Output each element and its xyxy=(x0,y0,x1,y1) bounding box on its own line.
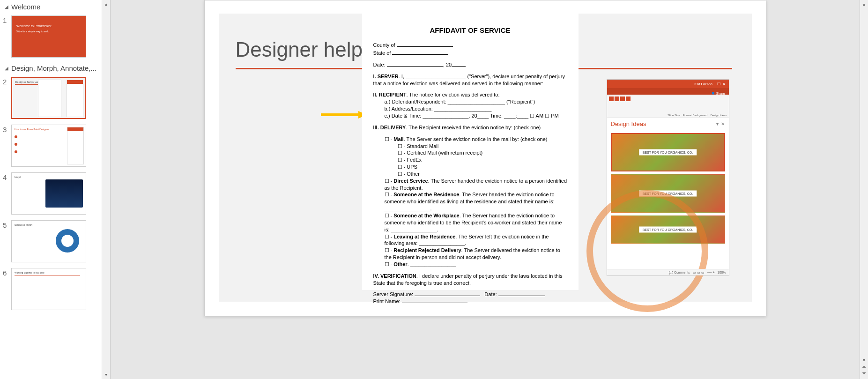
section-header-welcome[interactable]: ◢ Welcome xyxy=(0,0,110,14)
design-ideas-title: Design Ideas xyxy=(611,120,646,127)
thumbnail-row-2[interactable]: 2 Designer helps you xyxy=(0,75,110,123)
scroll-down-icon[interactable]: ▾ xyxy=(102,371,110,379)
slide-number: 3 xyxy=(3,125,11,134)
slide-number: 2 xyxy=(3,77,11,86)
design-idea-3: BEST FOR YOU ORGANICS, CO. xyxy=(611,216,725,244)
main-scrollbar[interactable]: ▴ ▾ ⏶ ⏷ xyxy=(860,0,868,379)
section-header-design[interactable]: ◢ Design, Morph, Annotate,... xyxy=(0,61,110,75)
collapse-icon: ◢ xyxy=(5,66,8,71)
affidavit-document[interactable]: AFFIDAVIT OF SERVICE County of State of … xyxy=(362,14,579,290)
slide-thumbnail-5[interactable]: Setting up Morph xyxy=(11,220,86,262)
slide-number: 4 xyxy=(3,172,11,181)
slide-number: 6 xyxy=(3,268,11,277)
slide-thumbnail-1[interactable]: Welcome to PowerPoint 5 tips for a simpl… xyxy=(11,15,86,58)
sidebar-scrollbar[interactable]: ▴ ▾ xyxy=(102,0,110,379)
thumbnail-row-1[interactable]: 1 Welcome to PowerPoint 5 tips for a sim… xyxy=(0,14,110,61)
slide-thumbnail-pane[interactable]: ◢ Welcome 1 Welcome to PowerPoint 5 tips… xyxy=(0,0,111,379)
slide-canvas[interactable]: Designer helps you AFFIDAVIT OF SERVICE … xyxy=(204,0,766,316)
arrow-shape[interactable] xyxy=(321,111,368,119)
slide-thumbnail-3[interactable]: How to use PowerPoint Designer xyxy=(11,125,86,167)
thumbnail-row-4[interactable]: 4 Morph xyxy=(0,171,110,218)
comments-label: 💬 Comments xyxy=(669,271,690,275)
panel-statusbar: 💬 Comments ▭ ▭ ▭ ── + 100% xyxy=(607,269,729,275)
thumbnail-row-3[interactable]: 3 How to use PowerPoint Designer xyxy=(0,123,110,171)
pane-controls: ▾ ✕ xyxy=(716,121,725,126)
design-ideas-panel-image[interactable]: Kat Larson ☐ ✕ 👤 Share Slide Size Format… xyxy=(607,79,729,276)
thumbnail-row-5[interactable]: 5 Setting up Morph xyxy=(0,218,110,266)
section-title: Design, Morph, Annotate,... xyxy=(11,64,96,72)
thumbnail-row-6[interactable]: 6 Working together in real time xyxy=(0,266,110,314)
slide-thumbnail-4[interactable]: Morph xyxy=(11,172,86,215)
user-name: Kat Larson xyxy=(694,82,712,86)
next-slide-icon[interactable]: ⏷ xyxy=(860,371,868,377)
design-ideas-body: BEST FOR YOU ORGANICS, CO. BEST FOR YOU … xyxy=(607,130,729,246)
affidavit-heading: AFFIDAVIT OF SERVICE xyxy=(373,26,567,35)
scroll-up-icon[interactable]: ▴ xyxy=(102,0,110,8)
collapse-icon: ◢ xyxy=(5,4,8,9)
design-idea-1: BEST FOR YOU ORGANICS, CO. xyxy=(611,133,725,171)
slide-thumbnail-2[interactable]: Designer helps you xyxy=(11,77,86,119)
slide-editor[interactable]: Designer helps you AFFIDAVIT OF SERVICE … xyxy=(111,0,860,379)
ribbon: Slide Size Format Background Design Idea… xyxy=(607,95,729,118)
window-controls: ☐ ✕ xyxy=(717,82,726,86)
section-title: Welcome xyxy=(11,3,40,11)
share-bar: 👤 Share xyxy=(607,88,729,95)
design-ideas-header: Design Ideas ▾ ✕ xyxy=(607,118,729,130)
prev-slide-icon[interactable]: ⏶ xyxy=(860,364,868,371)
slide-number: 5 xyxy=(3,220,11,229)
scroll-up-icon[interactable]: ▴ xyxy=(860,0,868,8)
panel-titlebar: Kat Larson ☐ ✕ xyxy=(607,80,729,88)
slide-background: Designer helps you AFFIDAVIT OF SERVICE … xyxy=(219,14,752,302)
scroll-down-icon[interactable]: ▾ xyxy=(860,357,868,364)
slide-number: 1 xyxy=(3,15,11,24)
design-idea-2: BEST FOR YOU ORGANICS, CO. xyxy=(611,174,725,213)
slide-thumbnail-6[interactable]: Working together in real time xyxy=(11,268,86,310)
zoom-level: 100% xyxy=(718,271,726,274)
